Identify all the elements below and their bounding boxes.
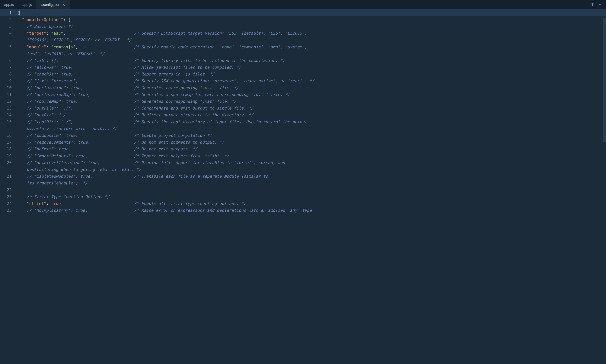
token-punc: : — [46, 45, 51, 49]
svg-point-0 — [599, 4, 600, 5]
token-cmt: // "rootDir": "./", — [27, 119, 73, 124]
code-line-wrap[interactable]: destructuring when targeting 'ES5' or 'E… — [0, 166, 606, 173]
line-number: 2 — [0, 17, 17, 22]
token-punc: , — [63, 31, 66, 36]
code-line[interactable]: 15 // "rootDir": "./",/* Specify the roo… — [0, 118, 606, 125]
token-cmt: /* Strict Type-Checking Options */ — [27, 195, 110, 199]
split-editor-button[interactable] — [589, 1, 596, 9]
line-number: 4 — [0, 31, 17, 36]
code-line[interactable]: 1{ — [0, 9, 606, 16]
code-line[interactable]: 6 // "lib": [],/* Specify library files … — [0, 57, 606, 64]
line-comment: /* Do not emit comments to output. */ — [134, 140, 224, 144]
code-line[interactable]: 16 // "composite": true,/* Enable projec… — [0, 132, 606, 139]
line-comment: /* Specify JSX code generation: 'preserv… — [134, 78, 314, 83]
text-cursor — [19, 11, 20, 15]
line-comment: destructuring when targeting 'ES5' or 'E… — [27, 167, 141, 172]
code-line[interactable]: 2 "compilerOptions": { — [0, 16, 606, 23]
line-comment: /* Specify library files to be included … — [134, 58, 285, 63]
line-comment: /* Redirect output structure to the dire… — [134, 113, 253, 117]
code-line[interactable]: 18 // "noEmit": true,/* Do not emit outp… — [0, 146, 606, 153]
tab-tsconfig-json[interactable]: tsconfig.json — [36, 0, 70, 9]
line-comment: /* Allow javascript files to be compiled… — [134, 65, 241, 70]
token-cmt: // "sourceMap": true, — [27, 99, 78, 104]
tab-label: app.ts — [4, 3, 14, 7]
line-comment: /* Concatenate and emit output to single… — [134, 106, 253, 110]
code-line[interactable]: 20 // "downlevelIteration": true,/* Prov… — [0, 159, 606, 166]
token-cmt: // "lib": [], — [27, 58, 58, 63]
code-line[interactable]: 19 // "importHelpers": true,/* Import em… — [0, 153, 606, 159]
code-line[interactable]: 23 /* Strict Type-Checking Options */ — [0, 193, 606, 200]
code-line[interactable]: 24 "strict": true,/* Enable all strict t… — [0, 200, 606, 207]
token-cmt: // "declaration": true, — [27, 85, 83, 90]
line-comment: /* Provide full support for iterables in… — [134, 160, 287, 165]
line-number: 1 — [0, 11, 17, 15]
code-editor[interactable]: 1{2 "compilerOptions": {3 /* Basic Optio… — [0, 9, 606, 364]
code-line-wrap[interactable]: 'umd', 'es2015', or 'ESNext'. */ — [0, 50, 606, 57]
line-comment: /* Enable all strict type-checking optio… — [134, 201, 246, 206]
line-comment: /* Specify ECMAScript target version: 'E… — [134, 31, 309, 36]
token-key: "target" — [27, 31, 46, 36]
line-number: 22 — [0, 187, 17, 192]
line-comment: /* Transpile each file as a separate mod… — [134, 174, 271, 179]
editor-window: app.tsapp.jstsconfig.json 1{2 "compilerO… — [0, 0, 606, 364]
code-line[interactable]: 5 "module": "commonjs",/* Specify module… — [0, 43, 606, 50]
code-line[interactable]: 9 // "jsx": "preserve",/* Specify JSX co… — [0, 78, 606, 84]
code-line[interactable]: 10 // "declaration": true,/* Generates c… — [0, 84, 606, 91]
token-key: "compilerOptions" — [22, 17, 63, 22]
line-number: 24 — [0, 201, 17, 206]
line-comment: /* Enable project compilation */ — [134, 133, 212, 138]
token-punc: , — [76, 45, 78, 49]
line-number: 25 — [0, 208, 17, 213]
code-line[interactable]: 22 — [0, 186, 606, 193]
token-str: "commonjs" — [51, 45, 75, 49]
line-comment: 'ES2016', 'ES2017','ES2018' or 'ESNEXT'.… — [27, 38, 131, 42]
code-line[interactable]: 3 /* Basic Options */ — [0, 23, 606, 30]
code-line[interactable]: 14 // "outDir": "./",/* Redirect output … — [0, 112, 606, 118]
code-line-wrap[interactable]: directory structure with --outDir. */ — [0, 125, 606, 132]
line-number: 7 — [0, 65, 17, 70]
code-line[interactable]: 25 // "noImplicitAny": true,/* Raise err… — [0, 207, 606, 214]
line-number: 10 — [0, 85, 17, 90]
code-line[interactable]: 17 // "removeComments": true,/* Do not e… — [0, 139, 606, 146]
line-number: 11 — [0, 92, 17, 97]
line-number: 14 — [0, 113, 17, 117]
tab-bar: app.tsapp.jstsconfig.json — [0, 0, 606, 9]
code-line[interactable]: 8 // "checkJs": true,/* Report errors in… — [0, 71, 606, 78]
line-comment: /* Import emit helpers from 'tslib'. */ — [134, 154, 229, 158]
code-line-wrap[interactable]: 'ts.transpileModule'). */ — [0, 180, 606, 186]
line-comment: /* Raise error on expressions and declar… — [134, 208, 317, 213]
line-number: 16 — [0, 133, 17, 138]
line-number: 8 — [0, 72, 17, 77]
tab-app-ts[interactable]: app.ts — [0, 0, 18, 9]
code-line[interactable]: 12 // "sourceMap": true,/* Generates cor… — [0, 98, 606, 105]
close-icon[interactable] — [62, 3, 65, 6]
line-comment: /* Generates a sourcemap for each corres… — [134, 92, 290, 97]
token-punc: : — [46, 31, 51, 36]
token-cmt: // "outDir": "./", — [27, 113, 71, 117]
token-key: "module" — [27, 45, 46, 49]
line-number: 13 — [0, 106, 17, 110]
line-number: 23 — [0, 195, 17, 199]
code-line[interactable]: 21 // "isolatedModules": true,/* Transpi… — [0, 173, 606, 180]
more-actions-button[interactable] — [597, 1, 605, 9]
svg-point-2 — [602, 4, 602, 5]
vertical-scrollbar[interactable] — [603, 18, 606, 363]
line-number: 5 — [0, 45, 17, 49]
tab-label: app.js — [22, 3, 32, 7]
token-cmt: // "declarationMap": true, — [27, 92, 90, 97]
token-key: "strict" — [27, 201, 46, 206]
token-cmt: // "outFile": "./", — [27, 106, 73, 110]
token-cmt: // "allowJs": true, — [27, 65, 73, 70]
code-line-wrap[interactable]: 'ES2016', 'ES2017','ES2018' or 'ESNEXT'.… — [0, 37, 606, 43]
code-line[interactable]: 7 // "allowJs": true,/* Allow javascript… — [0, 64, 606, 71]
token-str: "es5" — [51, 31, 63, 36]
line-number: 12 — [0, 99, 17, 104]
code-line[interactable]: 4 "target": "es5",/* Specify ECMAScript … — [0, 30, 606, 37]
code-line[interactable]: 13 // "outFile": "./",/* Concatenate and… — [0, 105, 606, 112]
code-line[interactable]: 11 // "declarationMap": true,/* Generate… — [0, 91, 606, 98]
line-comment: 'umd', 'es2015', or 'ESNext'. */ — [27, 51, 105, 56]
token-cmt: /* Basic Options */ — [27, 24, 73, 29]
tab-app-js[interactable]: app.js — [18, 0, 36, 9]
scrollbar-thumb[interactable] — [603, 18, 606, 142]
token-cmt: // "noEmit": true, — [27, 147, 71, 151]
